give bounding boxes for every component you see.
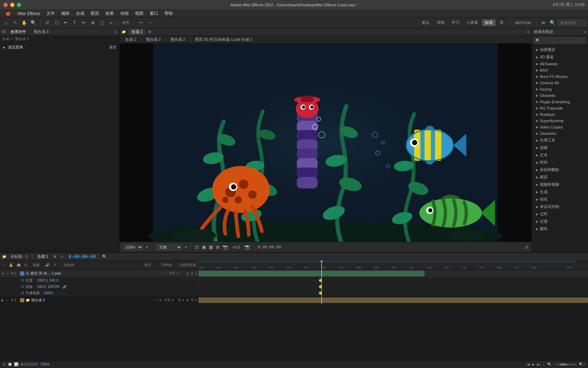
breadcrumb-layer[interactable]: 图层 30 持贝/未标题-1.psd 合成 1 <box>192 36 255 43</box>
motion-path-tool[interactable]: ⋯ <box>146 19 154 27</box>
menu-effects[interactable]: 效果 <box>103 10 117 17</box>
mode-arrow[interactable]: ▾ <box>177 272 179 275</box>
shape-tool[interactable]: ⬡ <box>52 19 60 27</box>
tl-zoom-out[interactable]: 🔍− <box>547 362 554 366</box>
home-button[interactable]: ⌂ <box>2 19 10 27</box>
layer-2-fx[interactable]: fx <box>160 298 162 302</box>
category-superfluminal[interactable]: ▶ Superfluminal <box>532 118 588 124</box>
zoom-tool[interactable]: 🔍 <box>30 19 37 27</box>
category-rg-trapcode[interactable]: ▶ RG Trapcode <box>532 105 588 111</box>
category-plugin-everything[interactable]: ▶ Plugin Everything <box>532 99 588 105</box>
tl-lock-btn[interactable]: 🔒 <box>9 263 13 267</box>
close-button[interactable] <box>4 3 8 7</box>
effects-search-input[interactable] <box>540 38 584 42</box>
panel-menu-icon[interactable]: ≡ <box>115 30 117 34</box>
brush-tool[interactable]: ✏ <box>80 19 88 27</box>
zoom-select[interactable]: 100% 50% 200% <box>122 244 143 250</box>
category-distort[interactable]: ▶ 扭曲 <box>532 144 588 151</box>
safe-zones-icon[interactable]: ▦ <box>209 244 213 250</box>
fit-screen-icon[interactable]: ⊡ <box>195 244 199 250</box>
comp-menu-icon[interactable]: ≡ <box>527 29 529 34</box>
tl-zoom-in[interactable]: 🔍+ <box>579 362 585 366</box>
parent-arrow-2[interactable]: ▾ <box>195 298 197 302</box>
tl-zoom-slider[interactable] <box>556 363 577 366</box>
category-text[interactable]: ▶ 文本 <box>532 151 588 159</box>
menu-edit[interactable]: 编辑 <box>58 10 72 17</box>
fullscreen-button[interactable] <box>17 3 21 7</box>
breadcrumb-precomp3[interactable]: 预合成 3 <box>143 36 163 43</box>
category-keying[interactable]: ▶ Keying <box>532 86 588 92</box>
effects-panel-menu[interactable]: ≡ <box>584 30 586 34</box>
menu-composition[interactable]: 合成 <box>73 10 87 17</box>
rotate-tool[interactable]: ↺ <box>43 19 51 27</box>
category-generate[interactable]: ▶ 生成 <box>532 188 588 196</box>
category-boris-fx[interactable]: ▶ Boris FX Mocha <box>532 73 588 80</box>
layer-1-solo2[interactable]: ☆ <box>162 272 164 275</box>
workspace-review[interactable]: 审阅 <box>434 19 447 26</box>
menu-window[interactable]: 窗口 <box>147 10 161 17</box>
tl-solo-btn[interactable]: ☆ <box>2 263 5 267</box>
trkmat-arrow-2[interactable]: ▾ <box>182 298 184 302</box>
category-rowbyte[interactable]: ▶ Rowbyte <box>532 111 588 118</box>
menu-layer[interactable]: 图层 <box>88 10 102 17</box>
take-snapshot-icon[interactable]: 📸 <box>244 244 250 250</box>
tl-collapse-btn[interactable]: ⊟ <box>24 263 27 267</box>
eraser-tool[interactable]: ◻ <box>98 19 106 27</box>
category-video[interactable]: ▶ 视频和视频 <box>532 181 588 188</box>
precomp-tab[interactable]: 预合成 3 <box>31 28 51 35</box>
menu-file[interactable]: 文件 <box>44 10 58 17</box>
expand-icon[interactable]: ▶ <box>3 45 6 49</box>
layer-2-pen[interactable]: / <box>157 298 158 302</box>
layer-1-row[interactable]: ▼ ☆ 👁 1 🖼 图层 30 持...−1.psd ☆ / 正常 ▾ ⊕ 无 … <box>0 270 588 277</box>
comp-close-icon[interactable]: ✕ <box>148 29 151 34</box>
minimize-button[interactable] <box>10 3 14 7</box>
pen-tool[interactable]: ✒ <box>62 19 69 27</box>
category-color[interactable]: ▶ 颜色 <box>532 225 588 232</box>
workspace-library[interactable]: 库 <box>497 19 506 26</box>
scale-stopwatch[interactable]: ⏱ <box>21 285 24 289</box>
comp-tab-main[interactable]: 合成 1 <box>129 28 145 35</box>
extend-workspace-icon[interactable]: ≫ <box>539 19 547 27</box>
tl-playback-beginning[interactable]: |◀ <box>526 362 530 366</box>
tl-zoom-thumb[interactable] <box>560 363 567 366</box>
layer-1-vis[interactable]: 👁 <box>11 272 14 275</box>
layer-2-expand-icon[interactable]: ▶ <box>1 298 5 302</box>
category-sharpen[interactable]: ▶ 锐化 <box>532 196 588 203</box>
category-expression-control[interactable]: ▶ 表达式控制 <box>532 203 588 210</box>
layer-1-expand-icon[interactable]: ▼ <box>1 272 5 275</box>
viewer-settings-icon[interactable]: ⚙ <box>525 245 529 250</box>
time-ruler[interactable]: 300 00s 01s 02s 03s 04s 05s 06s 07s 08s … <box>199 261 588 269</box>
menu-help[interactable]: 帮助 <box>162 10 176 17</box>
parent-arrow[interactable]: ▾ <box>195 272 197 275</box>
scale-value[interactable]: 100.0, 100.0% <box>37 285 60 289</box>
category-simulation[interactable]: ▶ 模拟 <box>532 173 588 181</box>
tl-ctrl-layers[interactable]: ⊞ <box>3 362 6 366</box>
category-3d-channel[interactable]: ▶ 3D 通道 <box>532 53 588 61</box>
effects-controls-tab[interactable]: 效果控件 <box>8 28 29 35</box>
timeline-menu-icon[interactable]: ≡ <box>61 255 63 259</box>
category-obsolete[interactable]: ▶ Obsolete <box>532 92 588 99</box>
tl-shy-btn[interactable]: 🙈 <box>17 263 21 267</box>
category-time[interactable]: ▶ 时间 <box>532 159 588 166</box>
timeline-tab-comp1[interactable]: 合成 1 <box>34 253 51 260</box>
grid-icon[interactable]: ⊞ <box>216 244 220 250</box>
text-tool[interactable]: T <box>71 19 78 27</box>
tl-ctrl-frames[interactable]: 🔲 <box>8 362 12 366</box>
layer-2-row[interactable]: ▶ ☆ 👁 2 📁 预合成 3 ☆ / fx 正常 ▾ 无 ▾ ⊕ 无 ▾ <box>0 296 588 304</box>
workspace-small-screen[interactable]: 小屏幕 <box>464 19 481 26</box>
workspace-learn[interactable]: 学习 <box>449 19 462 26</box>
mode-arrow-2[interactable]: ▾ <box>172 298 174 302</box>
category-cinema4d[interactable]: ▶ Cinema 4D <box>532 80 588 86</box>
reset-button[interactable]: 重置 <box>109 45 116 50</box>
layer-2-vis[interactable]: 👁 <box>11 298 14 302</box>
menu-apple[interactable]: 🍎 <box>3 11 14 17</box>
category-transition[interactable]: ▶ 过渡 <box>532 218 588 225</box>
breadcrumb-comp1[interactable]: 合成 1 <box>122 36 139 43</box>
tl-playback-play[interactable]: ▶ <box>532 362 535 366</box>
opacity-stopwatch[interactable]: ⏱ <box>21 291 24 295</box>
category-animation-presets[interactable]: ▶ 动画预设 <box>532 46 588 53</box>
current-time[interactable]: 0:00:06:08 <box>66 253 98 260</box>
menu-animation[interactable]: 动画 <box>117 10 131 17</box>
camera-icon[interactable]: 📷 <box>222 244 228 250</box>
select-tool[interactable]: ↖ <box>11 19 19 27</box>
